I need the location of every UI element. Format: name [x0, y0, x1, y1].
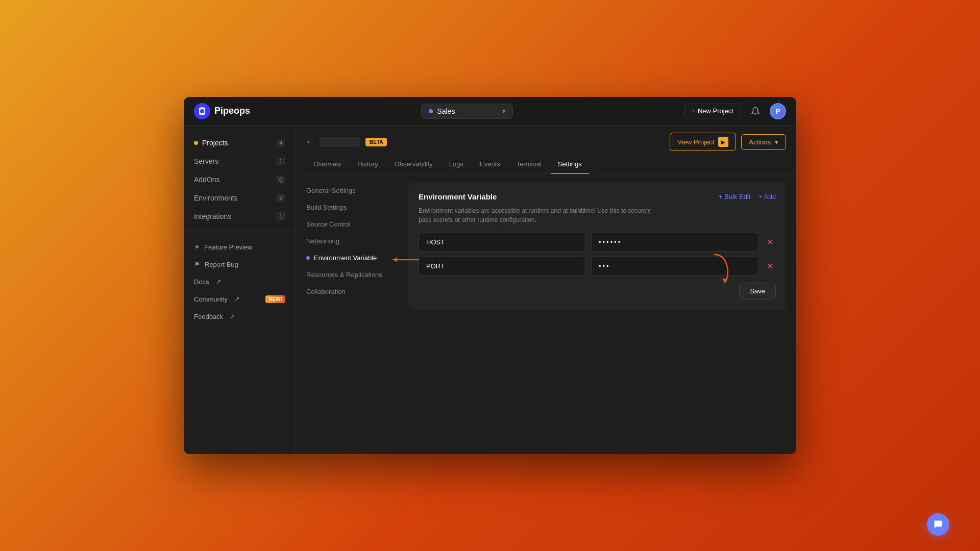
env-value-input[interactable] — [591, 233, 758, 252]
env-card-actions: + Bulk Edit + Add — [719, 193, 776, 201]
tab-logs[interactable]: Logs — [442, 155, 471, 174]
tab-overview[interactable]: Overview — [306, 155, 348, 174]
settings-nav-env[interactable]: Environment Variable — [296, 249, 398, 266]
sidebar-item-label: Servers — [194, 157, 218, 165]
main-layout: Projects 4 Servers 1 AddOns 0 Environmen… — [184, 126, 796, 454]
settings-nav-collaboration[interactable]: Collaboration — [296, 283, 398, 300]
env-row: ✕ — [419, 233, 776, 252]
external-link-icon: ↗ — [234, 295, 240, 303]
env-delete-button[interactable]: ✕ — [764, 261, 776, 271]
sidebar-item-badge: 1 — [276, 157, 285, 165]
content-area: ← BETA View Project ▶ Actions ▾ — [296, 126, 796, 454]
sidebar-footer-label: Report Bug — [205, 261, 238, 268]
notification-bell-icon[interactable] — [747, 103, 764, 119]
env-row: ✕ — [419, 257, 776, 276]
env-value-input[interactable] — [591, 257, 758, 276]
project-name: Sales — [437, 107, 498, 115]
sidebar-item-integrations[interactable]: Integrations 1 — [184, 207, 296, 226]
new-project-button[interactable]: + New Project — [684, 104, 741, 118]
logo-area: Pipeops — [194, 103, 250, 119]
back-area: ← BETA — [306, 137, 387, 147]
sidebar-item-label: Integrations — [194, 212, 231, 220]
sidebar-footer-label: Feature Preview — [204, 243, 253, 251]
svg-marker-3 — [722, 279, 727, 283]
project-selector[interactable]: Sales ▾ — [421, 104, 513, 119]
bug-icon: ⚑ — [194, 260, 201, 268]
tab-events[interactable]: Events — [473, 155, 507, 174]
breadcrumb — [320, 137, 360, 147]
chat-icon — [933, 519, 943, 530]
sidebar-item-label: Projects — [202, 139, 228, 147]
active-dot — [306, 256, 310, 260]
tab-terminal[interactable]: Terminal — [509, 155, 549, 174]
beta-badge: BETA — [365, 138, 387, 146]
env-card-header: Environment Variable + Bulk Edit + Add — [419, 192, 776, 201]
save-button[interactable]: Save — [739, 283, 776, 299]
settings-nav-build[interactable]: Build Settings — [296, 199, 398, 216]
chat-support-button[interactable] — [927, 513, 949, 536]
sidebar-item-feature-preview[interactable]: ✦ Feature Preview — [184, 238, 296, 256]
chevron-down-icon: ▾ — [502, 108, 505, 115]
tab-observability[interactable]: Observability — [387, 155, 440, 174]
topbar-actions: View Project ▶ Actions ▾ — [670, 133, 786, 151]
sidebar-item-community[interactable]: Community ↗ NEW! — [184, 290, 296, 308]
settings-main: Environment Variable + Bulk Edit + Add E… — [398, 174, 796, 454]
env-variable-card: Environment Variable + Bulk Edit + Add E… — [408, 182, 786, 310]
sidebar-footer-label: Community — [194, 295, 228, 303]
chevron-down-icon: ▾ — [775, 138, 778, 146]
sidebar-divider — [184, 232, 296, 232]
svg-point-1 — [200, 109, 204, 113]
sidebar-item-projects[interactable]: Projects 4 — [184, 134, 296, 152]
settings-nav-general[interactable]: General Settings — [296, 182, 398, 199]
actions-label: Actions — [749, 138, 771, 146]
sidebar-item-addons[interactable]: AddOns 0 — [184, 170, 296, 189]
header: Pipeops Sales ▾ + New Project P — [184, 97, 796, 126]
settings-sidebar: General Settings Build Settings Source C… — [296, 174, 398, 454]
sidebar-footer-label: Feedback — [194, 313, 223, 320]
user-avatar[interactable]: P — [770, 103, 786, 119]
sidebar-item-badge: 1 — [276, 212, 285, 220]
sidebar-item-docs[interactable]: Docs ↗ — [184, 273, 296, 290]
sidebar-item-badge: 0 — [276, 176, 285, 184]
add-env-button[interactable]: + Add — [758, 193, 776, 201]
actions-button[interactable]: Actions ▾ — [741, 134, 786, 150]
sidebar-item-report-bug[interactable]: ⚑ Report Bug — [184, 256, 296, 273]
play-icon: ▶ — [718, 137, 728, 147]
view-project-button[interactable]: View Project ▶ — [670, 133, 736, 151]
svg-marker-2 — [393, 257, 397, 262]
back-arrow-icon[interactable]: ← — [306, 137, 314, 146]
pipeops-logo-icon — [194, 103, 210, 119]
project-dot — [429, 109, 433, 113]
tab-bar: Overview History Observability Logs Even… — [296, 155, 796, 174]
sidebar-item-badge: 2 — [276, 194, 285, 202]
env-key-input[interactable] — [419, 233, 586, 252]
settings-nav-networking[interactable]: Networking — [296, 233, 398, 249]
env-delete-button[interactable]: ✕ — [764, 237, 776, 247]
settings-nav-source[interactable]: Source Control — [296, 216, 398, 233]
sidebar: Projects 4 Servers 1 AddOns 0 Environmen… — [184, 126, 296, 454]
sidebar-item-label: Environments — [194, 194, 238, 202]
new-badge: NEW! — [265, 295, 285, 303]
external-link-icon: ↗ — [229, 312, 235, 320]
tab-history[interactable]: History — [350, 155, 385, 174]
logo-text: Pipeops — [214, 106, 250, 116]
tab-settings[interactable]: Settings — [551, 155, 589, 174]
bulk-edit-button[interactable]: + Bulk Edit — [719, 193, 751, 201]
env-card-title: Environment Variable — [419, 192, 497, 201]
external-link-icon: ↗ — [215, 278, 222, 286]
settings-nav-resources[interactable]: Resources & Replications — [296, 266, 398, 283]
sidebar-item-servers[interactable]: Servers 1 — [184, 152, 296, 170]
inner-content: General Settings Build Settings Source C… — [296, 174, 796, 454]
sidebar-item-feedback[interactable]: Feedback ↗ — [184, 308, 296, 325]
star-icon: ✦ — [194, 243, 200, 251]
sidebar-item-environments[interactable]: Environments 2 — [184, 189, 296, 207]
env-description: Environment variables are accessible at … — [419, 206, 776, 224]
app-window: Pipeops Sales ▾ + New Project P — [184, 97, 796, 454]
active-dot — [194, 141, 198, 145]
sidebar-item-label: AddOns — [194, 176, 220, 184]
sidebar-footer-label: Docs — [194, 278, 209, 286]
env-key-input[interactable] — [419, 257, 586, 276]
env-footer: Save — [419, 283, 776, 299]
header-center: Sales ▾ — [258, 104, 676, 119]
header-actions: + New Project P — [684, 103, 786, 119]
